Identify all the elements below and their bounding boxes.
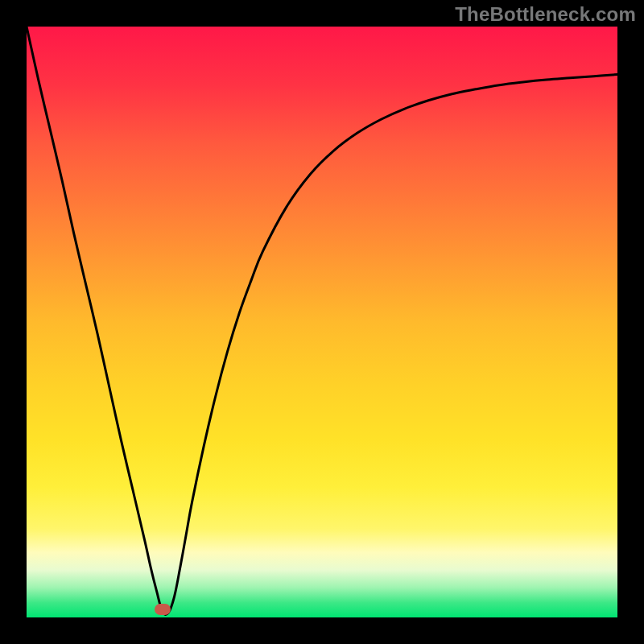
chart-frame: TheBottleneck.com: [0, 0, 644, 644]
optimal-point-marker: [155, 604, 171, 615]
watermark-text: TheBottleneck.com: [455, 3, 636, 26]
plot-area: [27, 27, 617, 617]
chart-svg: [27, 27, 617, 617]
gradient-background: [27, 27, 617, 617]
